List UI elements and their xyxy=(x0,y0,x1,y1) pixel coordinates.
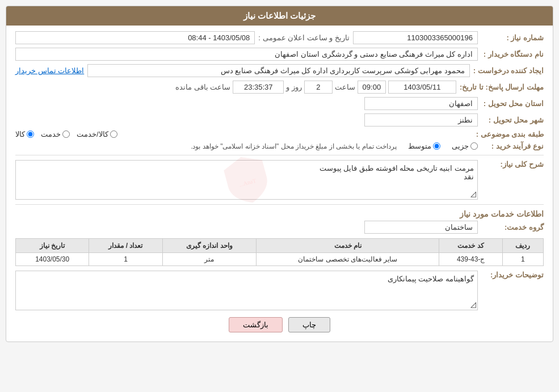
action-buttons: چاپ بازگشت xyxy=(15,317,544,332)
services-table: ردیف کد خدمت نام خدمت واحد اندازه گیری ت… xyxy=(15,238,544,266)
response-time-label: ساعت xyxy=(335,83,355,91)
cell-row: 1 xyxy=(502,253,543,266)
purchase-type-option-jozi[interactable]: جزیی xyxy=(452,142,478,150)
purchase-type-radio-jozi[interactable] xyxy=(470,142,478,150)
buyer-desc-value: گواهینامه صلاحیت پیمانکاری xyxy=(19,275,474,283)
category-radio-kala[interactable] xyxy=(27,130,34,138)
announcement-date-label: تاریخ و ساعت اعلان عمومی : xyxy=(258,33,350,42)
response-date-value: 1403/05/11 xyxy=(388,81,456,94)
response-remaining-label: ساعت باقی مانده xyxy=(175,83,230,91)
buyer-label: نام دستگاه خریدار : xyxy=(481,50,544,58)
cell-name: سایر فعالیت‌های تخصصی ساختمان xyxy=(257,253,439,266)
page-title: جزئیات اطلاعات نیاز xyxy=(6,6,553,26)
buyer-desc-box: گواهینامه صلاحیت پیمانکاری ◿ xyxy=(15,271,478,310)
category-radio-kala-khedmat[interactable] xyxy=(110,130,117,138)
description-value: مرمت ابنیه تاریخی محله افوشته طبق فایل پ… xyxy=(19,164,474,181)
category-option-khedmat[interactable]: خدمت xyxy=(41,130,70,138)
corner-resize-icon: ◿ xyxy=(470,189,476,198)
need-number-value: 1103003365000196 xyxy=(353,31,478,44)
cell-count: 1 xyxy=(89,253,162,266)
cell-date: 1403/05/30 xyxy=(16,253,89,266)
col-header-unit: واحد اندازه گیری xyxy=(162,239,257,253)
city-value: نطنز xyxy=(364,113,478,127)
response-date-label: مهلت ارسال پاسخ: تا تاریخ: xyxy=(460,83,544,91)
col-header-code: کد خدمت xyxy=(439,239,502,253)
response-time-value: 09:00 xyxy=(358,81,386,94)
response-remaining-value: 23:35:37 xyxy=(233,81,284,94)
purchase-type-option-motavasset[interactable]: متوسط xyxy=(408,142,440,150)
category-label-kala: کالا xyxy=(15,130,25,138)
back-button[interactable]: بازگشت xyxy=(229,317,283,332)
category-label-kala-khedmat: کالا/خدمت xyxy=(77,130,108,138)
province-value: اصفهان xyxy=(364,97,478,110)
need-number-label: شماره نیاز : xyxy=(481,33,544,42)
purchase-type-label-jozi: جزیی xyxy=(452,142,469,150)
contact-link[interactable]: اطلاعات تماس خریدار xyxy=(15,66,84,75)
creator-value: محمود مهرابی کوشکی سرپرست کاربرداری ادار… xyxy=(87,64,470,77)
purchase-type-note: پرداخت تمام یا بخشی از مبلغ خریداز محل "… xyxy=(191,142,397,150)
purchase-type-radio-motavasset[interactable] xyxy=(433,142,440,150)
purchase-type-label: نوع فرآیند خرید : xyxy=(481,142,544,150)
category-option-kala-khedmat[interactable]: کالا/خدمت xyxy=(77,130,117,138)
service-group-value: ساختمان xyxy=(364,221,478,234)
category-label: طبقه بندی موضوعی : xyxy=(476,130,544,138)
description-box: AnaT... مرمت ابنیه تاریخی محله افوشته طب… xyxy=(15,160,478,200)
category-option-kala[interactable]: کالا xyxy=(15,130,34,138)
services-table-container: ردیف کد خدمت نام خدمت واحد اندازه گیری ت… xyxy=(15,238,544,266)
category-label-khedmat: خدمت xyxy=(41,130,61,138)
purchase-type-radio-group: جزیی متوسط پرداخت تمام یا بخشی از مبلغ خ… xyxy=(15,142,478,150)
col-header-date: تاریخ نیاز xyxy=(16,239,89,253)
col-header-row: ردیف xyxy=(502,239,543,253)
cell-unit: متر xyxy=(162,253,257,266)
buyer-value: اداره کل میراث فرهنگی صنایع دستی و گردشگ… xyxy=(15,48,478,61)
services-section-title: اطلاعات خدمات مورد نیاز xyxy=(15,209,544,218)
col-header-name: نام خدمت xyxy=(257,239,439,253)
category-radio-khedmat[interactable] xyxy=(62,130,70,138)
buyer-desc-label: توضیحات خریدار: xyxy=(481,271,544,279)
col-header-count: تعداد / مقدار xyxy=(89,239,162,253)
province-label: استان محل تحویل : xyxy=(481,99,544,108)
service-group-label: گروه خدمت: xyxy=(481,223,544,231)
announcement-date-value: 1403/05/08 - 08:44 xyxy=(15,31,255,44)
print-button[interactable]: چاپ xyxy=(288,317,330,332)
description-label: شرح کلی نیاز: xyxy=(481,160,544,168)
corner-resize-icon-2: ◿ xyxy=(470,300,476,309)
table-row: 1ج-43-439سایر فعالیت‌های تخصصی ساختمانمت… xyxy=(16,253,544,266)
purchase-type-label-motavasset: متوسط xyxy=(408,142,431,150)
response-days-label: روز و xyxy=(286,83,302,91)
cell-code: ج-43-439 xyxy=(439,253,502,266)
response-days-value: 2 xyxy=(304,81,333,94)
creator-label: ایجاد کننده درخواست : xyxy=(473,66,544,75)
city-label: شهر محل تحویل : xyxy=(481,116,544,124)
category-radio-group: کالا/خدمت خدمت کالا xyxy=(15,130,473,138)
